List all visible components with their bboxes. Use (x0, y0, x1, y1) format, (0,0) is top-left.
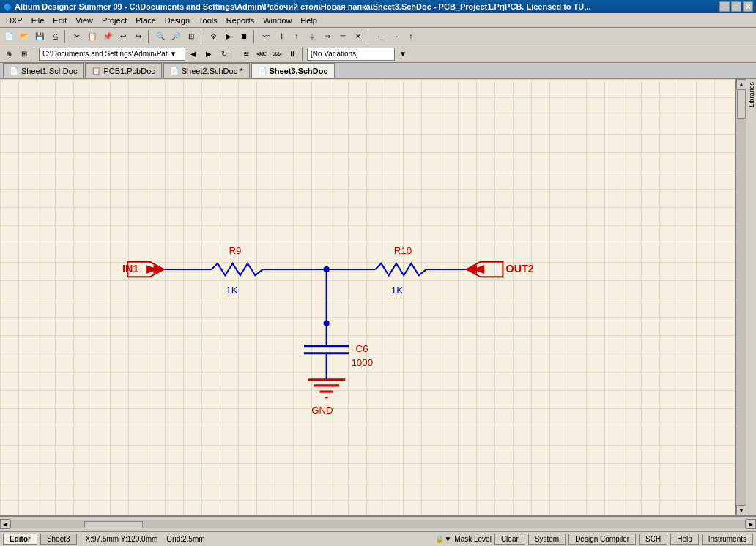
hscroll-left-btn[interactable]: ◀ (0, 519, 10, 529)
tb-copy[interactable]: 📋 (85, 29, 100, 44)
close-button[interactable]: ✕ (743, 1, 753, 12)
tab-icon-sheet1: 📄 (10, 67, 18, 75)
sep3 (201, 30, 204, 43)
design-compiler-button[interactable]: Design Compiler (568, 534, 636, 545)
menu-tools[interactable]: Tools (194, 15, 222, 26)
tb-compile[interactable]: ⚙ (206, 29, 220, 44)
tb2-wave-right[interactable]: ⋙ (270, 47, 284, 61)
hscroll-track[interactable] (10, 520, 746, 528)
help-button[interactable]: Help (670, 534, 699, 545)
scroll-up-btn[interactable]: ▲ (736, 79, 746, 89)
tb-run[interactable]: ▶ (221, 29, 236, 44)
bottom-tab-editor[interactable]: Editor (3, 534, 37, 545)
tab-label-sheet3: Sheet3.SchDoc (270, 67, 328, 75)
menu-help[interactable]: Help (296, 15, 322, 26)
sep2 (148, 30, 151, 43)
tab-sheet2[interactable]: 📄 Sheet2.SchDoc * (163, 63, 250, 78)
tb-stop[interactable]: ⏹ (237, 29, 251, 44)
tab-pcb1[interactable]: 📋 PCB1.PcbDoc (85, 63, 161, 78)
main-area: IN1 OUT2 R9 1K R10 1K C6 1000 GND ▲ ▼ Li… (0, 79, 756, 515)
tab-label-sheet1: Sheet1.SchDoc (21, 67, 77, 75)
tab-sheet1[interactable]: 📄 Sheet1.SchDoc (3, 63, 84, 78)
coords-display: X:97.5mm Y:120.0mm (86, 535, 158, 543)
tb-fit[interactable]: ⊡ (184, 29, 199, 44)
tb-zoom-out[interactable]: 🔎 (168, 29, 183, 44)
tb-wire[interactable]: 〰 (259, 29, 273, 44)
menu-reports[interactable]: Reports (222, 15, 259, 26)
tb2-wave-more[interactable]: ≋ (239, 47, 253, 61)
hscroll-thumb[interactable] (84, 521, 143, 528)
tb-nav-fwd[interactable]: → (388, 29, 403, 44)
tb-x[interactable]: ✕ (351, 29, 366, 44)
svg-text:IN1: IN1 (122, 263, 138, 274)
clear-button[interactable]: Clear (494, 534, 525, 545)
tb-redo[interactable]: ↪ (131, 29, 146, 44)
tb2-btn1[interactable]: ⊕ (1, 47, 16, 61)
tb2-wave-stop[interactable]: ⏸ (285, 47, 300, 61)
maximize-button[interactable]: □ (731, 1, 741, 12)
sep4 (253, 30, 256, 43)
hscroll-right-btn[interactable]: ▶ (746, 519, 756, 529)
status-bar: ◀ ▶ (0, 515, 756, 531)
svg-text:OUT2: OUT2 (506, 263, 534, 274)
tab-sheet3[interactable]: 📄 Sheet3.SchDoc (251, 63, 335, 78)
tb-vcc[interactable]: ↑ (289, 29, 304, 44)
scroll-thumb[interactable] (737, 89, 746, 119)
minimize-button[interactable]: ─ (719, 1, 730, 12)
tb-nav-up[interactable]: ↑ (404, 29, 418, 44)
tb-print[interactable]: 🖨 (48, 29, 62, 44)
path-box[interactable]: C:\Documents and Settings\Admin\Paf ▼ (39, 48, 185, 61)
svg-marker-16 (147, 266, 158, 273)
menu-dxp[interactable]: DXP (1, 15, 27, 26)
mask-menu-icon: ▼ (444, 535, 451, 543)
tb2-wave-left[interactable]: ⋘ (254, 47, 269, 61)
tb-new[interactable]: 📄 (1, 29, 16, 44)
tb2-nav-back[interactable]: ◀ (186, 47, 201, 61)
sep1 (64, 30, 67, 43)
tb2-refresh[interactable]: ↻ (217, 47, 231, 61)
lock-area: 🔒 ▼ (435, 535, 451, 543)
scroll-track[interactable] (736, 89, 746, 505)
schematic-canvas[interactable]: IN1 OUT2 R9 1K R10 1K C6 1000 GND (0, 79, 735, 515)
menu-edit[interactable]: Edit (48, 15, 71, 26)
variations-dropdown[interactable]: [No Variations] (307, 48, 395, 61)
bottom-bar: Editor Sheet3 X:97.5mm Y:120.0mm Grid:2.… (0, 531, 756, 546)
title-bar: 🔷 Altium Designer Summer 09 - C:\Documen… (0, 0, 756, 13)
tb-undo[interactable]: ↩ (116, 29, 130, 44)
sch-button[interactable]: SCH (639, 534, 667, 545)
tb2-dropdown-arrow[interactable]: ▼ (396, 47, 410, 61)
tb-nav-back[interactable]: ← (373, 29, 388, 44)
svg-text:R10: R10 (394, 245, 412, 256)
menu-project[interactable]: Project (97, 15, 131, 26)
libraries-label[interactable]: Libraries (747, 79, 756, 111)
sep8 (302, 48, 305, 61)
tb-net[interactable]: ⌇ (274, 29, 289, 44)
tb-paste[interactable]: 📌 (100, 29, 115, 44)
tb-port[interactable]: ⇒ (320, 29, 335, 44)
tb-save[interactable]: 💾 (32, 29, 47, 44)
tb-gnd[interactable]: ⏚ (305, 29, 319, 44)
menu-design[interactable]: Design (160, 15, 194, 26)
menu-view[interactable]: View (71, 15, 97, 26)
tb2-btn2[interactable]: ⊞ (17, 47, 32, 61)
scroll-down-btn[interactable]: ▼ (736, 505, 746, 515)
tb-zoom-in[interactable]: 🔍 (153, 29, 168, 44)
menu-place[interactable]: Place (131, 15, 160, 26)
tb-open[interactable]: 📂 (17, 29, 32, 44)
bottom-tab-sheet3[interactable]: Sheet3 (40, 534, 77, 545)
menu-window[interactable]: Window (259, 15, 296, 26)
svg-text:GND: GND (311, 405, 333, 416)
svg-marker-18 (467, 262, 503, 277)
instruments-button[interactable]: Instruments (702, 534, 753, 545)
tb-bus[interactable]: ═ (336, 29, 350, 44)
system-button[interactable]: System (528, 534, 566, 545)
svg-text:1K: 1K (391, 285, 403, 296)
sep7 (234, 48, 237, 61)
menu-file[interactable]: File (27, 15, 49, 26)
tb-cut[interactable]: ✂ (70, 29, 84, 44)
tb2-nav-fwd[interactable]: ▶ (201, 47, 216, 61)
svg-marker-20 (465, 266, 476, 273)
title-text: Altium Designer Summer 09 - C:\Documents… (15, 2, 719, 11)
circuit-svg: IN1 OUT2 R9 1K R10 1K C6 1000 GND (0, 79, 735, 515)
toolbar1: 📄 📂 💾 🖨 ✂ 📋 📌 ↩ ↪ 🔍 🔎 ⊡ ⚙ ▶ ⏹ 〰 ⌇ ↑ ⏚ ⇒ … (0, 28, 756, 45)
